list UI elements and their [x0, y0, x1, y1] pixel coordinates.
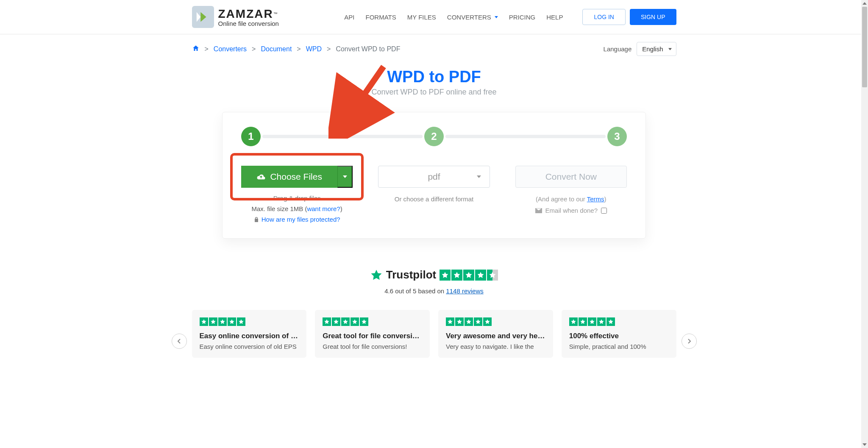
language-label: Language [604, 45, 632, 53]
step-number-1: 1 [241, 127, 261, 146]
svg-marker-0 [196, 12, 200, 22]
reviews-next-button[interactable] [682, 334, 697, 349]
logo[interactable]: ZAMZAR™ Online file conversion [192, 6, 279, 28]
main-nav: API FORMATS MY FILES CONVERTERS PRICING … [344, 9, 676, 25]
scroll-thumb[interactable] [862, 7, 867, 87]
nav-converters[interactable]: CONVERTERS [447, 14, 498, 21]
converter-card: 1 2 3 Choose Files Drag & drop files [222, 112, 646, 239]
review-stars [200, 317, 299, 326]
chevron-down-icon [668, 48, 672, 50]
nav-help[interactable]: HELP [546, 14, 563, 21]
auth-buttons: LOG IN SIGN UP [582, 9, 676, 25]
terms-suffix: ) [604, 195, 606, 203]
crumb-wpd[interactable]: WPD [306, 45, 322, 53]
home-icon[interactable] [192, 45, 200, 54]
trustpilot-rating-stars [440, 270, 498, 281]
page-title: WPD to PDF [192, 68, 676, 86]
step-number-3: 3 [607, 127, 627, 146]
crumb-converters[interactable]: Converters [214, 45, 247, 53]
review-card[interactable]: 100% effective Simple, practical and 100… [562, 310, 676, 358]
choose-files-label: Choose Files [270, 172, 322, 182]
language-select[interactable]: English [637, 42, 676, 56]
nav-api[interactable]: API [344, 14, 354, 21]
login-button[interactable]: LOG IN [582, 9, 625, 25]
review-stars [446, 317, 545, 326]
mail-icon [535, 208, 542, 213]
review-title: 100% effective [569, 332, 669, 340]
review-title: Great tool for file conversions [323, 332, 422, 340]
chevron-down-icon [477, 175, 481, 178]
email-when-done: Email when done? [515, 207, 627, 214]
terms-link[interactable]: Terms [587, 195, 604, 203]
protection-link[interactable]: How are my files protected? [262, 216, 340, 223]
review-card[interactable]: Easy online conversion of ol… Easy onlin… [192, 310, 307, 358]
max-size-suffix: ) [340, 205, 342, 212]
breadcrumb: > Converters > Document > WPD > Convert … [192, 45, 401, 54]
max-size-hint: Max. file size 1MB (want more?) [241, 205, 353, 212]
lock-icon [254, 217, 259, 223]
chevron-right-icon: > [205, 45, 209, 53]
review-title: Easy online conversion of ol… [200, 332, 299, 340]
chevron-left-icon [177, 339, 182, 344]
chevron-right-icon [687, 339, 692, 344]
header: ZAMZAR™ Online file conversion API FORMA… [192, 0, 676, 34]
format-value: pdf [428, 172, 440, 182]
max-size-prefix: Max. file size 1MB ( [252, 205, 307, 212]
chevron-right-icon: > [327, 45, 331, 53]
nav-converters-label[interactable]: CONVERTERS [447, 14, 491, 21]
email-label: Email when done? [545, 207, 598, 214]
chevron-down-icon [343, 175, 347, 178]
format-hint: Or choose a different format [378, 195, 490, 203]
terms-hint: (And agree to our Terms) [515, 195, 627, 203]
step-choose: Choose Files Drag & drop files Max. file… [241, 166, 353, 223]
review-title: Very awesome and very hel… [446, 332, 545, 340]
want-more-link[interactable]: want more? [307, 205, 340, 212]
signup-button[interactable]: SIGN UP [630, 9, 676, 25]
protection-hint: How are my files protected? [241, 216, 353, 223]
step-number-2: 2 [424, 127, 444, 146]
scrollbar[interactable] [861, 0, 868, 358]
crumb-document[interactable]: Document [261, 45, 292, 53]
choose-files-dropdown[interactable] [337, 166, 353, 188]
trust-reviews-link[interactable]: 1148 reviews [446, 287, 483, 295]
crumb-current: Convert WPD to PDF [336, 45, 400, 53]
convert-now-button[interactable]: Convert Now [515, 166, 627, 188]
nav-my-files[interactable]: MY FILES [407, 14, 436, 21]
step-line [445, 135, 606, 138]
trademark: ™ [273, 11, 278, 16]
drag-drop-hint: Drag & drop files [241, 195, 353, 202]
logo-title: ZAMZAR [218, 7, 273, 20]
upload-cloud-icon [256, 173, 266, 181]
hero: WPD to PDF Convert WPD to PDF online and… [192, 68, 676, 97]
nav-formats[interactable]: FORMATS [366, 14, 396, 21]
steps-progress: 1 2 3 [241, 127, 627, 146]
review-body: Easy online conversion of old EPS [200, 343, 299, 350]
language-selector: Language English [604, 42, 676, 56]
terms-prefix: (And agree to our [536, 195, 587, 203]
breadcrumb-row: > Converters > Document > WPD > Convert … [192, 34, 676, 64]
scroll-up-button[interactable] [861, 0, 868, 7]
choose-files-group: Choose Files [241, 166, 353, 188]
logo-text: ZAMZAR™ Online file conversion [218, 7, 279, 27]
review-body: Simple, practical and 100% [569, 343, 669, 350]
review-card[interactable]: Great tool for file conversions Great to… [315, 310, 430, 358]
chevron-right-icon: > [252, 45, 256, 53]
chevron-right-icon: > [297, 45, 300, 53]
step-convert: Convert Now (And agree to our Terms) Ema… [515, 166, 627, 223]
nav-pricing[interactable]: PRICING [509, 14, 536, 21]
format-select[interactable]: pdf [378, 166, 490, 188]
choose-files-button[interactable]: Choose Files [241, 166, 337, 188]
review-card[interactable]: Very awesome and very hel… Very easy to … [438, 310, 553, 358]
reviews-prev-button[interactable] [172, 334, 187, 349]
review-stars [569, 317, 669, 326]
page-subtitle: Convert WPD to PDF online and free [192, 88, 676, 97]
step-format: pdf Or choose a different format [378, 166, 490, 223]
step-line [262, 135, 423, 138]
logo-tagline: Online file conversion [218, 20, 279, 27]
steps-content: Choose Files Drag & drop files Max. file… [241, 166, 627, 223]
trustpilot-summary: 4.6 out of 5 based on 1148 reviews [192, 287, 676, 295]
review-body: Very easy to navigate. I like the [446, 343, 545, 350]
review-stars [323, 317, 422, 326]
email-checkbox[interactable] [601, 208, 607, 214]
trustpilot-star-icon [370, 269, 383, 281]
